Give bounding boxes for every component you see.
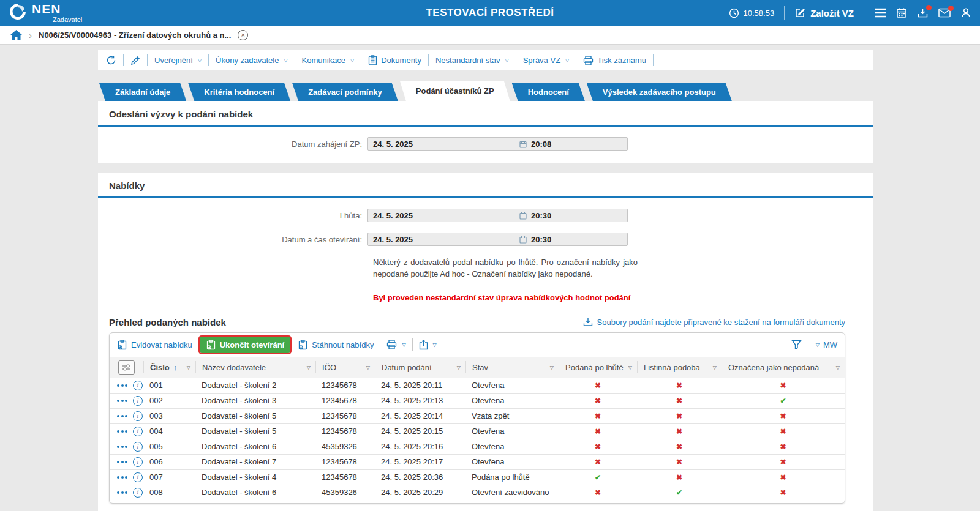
filter-caret-icon[interactable]: ▽ [550,365,554,370]
lhuta-input[interactable]: 24. 5. 2025 20:30 [368,209,628,222]
cell-podana-po-lhute-mark: ✖ [559,458,637,466]
table-row[interactable]: i 006 Dodavatel - školení 7 12345678 24.… [110,454,845,469]
breadcrumb: › N006/25/V00004963 - Zřízení datových o… [0,26,980,45]
column-settings-icon[interactable] [118,360,135,375]
header-ico[interactable]: IČO ▽ [315,361,375,373]
filter-button[interactable] [791,340,802,349]
info-icon[interactable]: i [133,411,143,421]
cell-listinna-podoba-mark: ✖ [637,397,722,405]
menu-komunikace[interactable]: Komunikace▽ [302,56,355,65]
ukoncit-oteviranni-button[interactable]: Ukončit otevírání [200,337,290,353]
row-actions-icon[interactable] [117,476,127,479]
time-value: 20:30 [531,235,551,244]
section-nabidky: Nabídky Lhůta: 24. 5. 2025 20:30 Datum a… [98,173,873,511]
edit-pencil-button[interactable] [130,56,140,65]
messages-button[interactable] [938,8,951,18]
calendar-icon [519,140,527,148]
nen-logo[interactable]: NEN Zadavatel [9,2,82,23]
row-actions-icon[interactable] [117,400,127,402]
info-icon[interactable]: i [133,472,143,482]
header-datum-podani[interactable]: Datum podání ▽ [375,361,466,373]
tab-zakladni-udaje[interactable]: Základní údaje [99,83,186,101]
user-profile-button[interactable] [960,7,971,18]
row-actions-icon[interactable] [117,446,127,448]
cell-nazev-dodavatele: Dodavatel - školení 6 [195,488,315,497]
table-row[interactable]: i 008 Dodavatel - školení 6 45359326 24.… [110,485,845,500]
header-cislo[interactable]: Číslo ↑ ▽ [143,361,195,373]
tab-hodnoceni[interactable]: Hodnocení [512,83,585,101]
filter-caret-icon[interactable]: ▽ [836,365,840,370]
cell-stav: Otevření zaevidováno [466,488,559,497]
menu-sprava-vz[interactable]: Správa VZ▽ [523,56,570,65]
table-row[interactable]: i 003 Dodavatel - školení 5 12345678 24.… [110,408,845,423]
header-podana-po-lhute[interactable]: Podaná po lhůtě ▽ [559,361,637,373]
clock-icon [729,8,739,18]
row-actions-icon[interactable] [117,384,127,387]
row-actions-icon[interactable] [117,415,127,417]
field-label-datum-oteviranni: Datum a čas otevírání: [98,235,368,244]
close-record-icon[interactable]: × [238,30,248,40]
view-selector-mw[interactable]: ▽ MW [815,340,837,349]
chevron-down-icon: ▽ [198,58,202,63]
row-actions-icon[interactable] [117,461,127,463]
chevron-down-icon: ▽ [433,342,437,348]
filter-caret-icon[interactable]: ▽ [457,365,461,370]
home-icon[interactable] [10,30,22,40]
downloads-button[interactable] [917,7,929,18]
calendar-button[interactable] [896,7,907,18]
column-settings-button[interactable] [110,361,143,373]
cell-stav: Vzata zpět [466,411,559,420]
datum-zahajeni-input[interactable]: 24. 5. 2025 20:08 [368,137,628,151]
table-row[interactable]: i 005 Dodavatel - školení 6 45359326 24.… [110,439,845,454]
divider [653,54,654,66]
info-icon[interactable]: i [133,381,143,390]
print-table-button[interactable]: ▽ [386,340,405,349]
header-oznacena-jako-nepodana[interactable]: Označena jako nepodaná ▽ [722,361,845,373]
table-row[interactable]: i 001 Dodavatel - školení 2 12345678 24.… [110,378,845,393]
menu-ukony-zadavatele[interactable]: Úkony zadavatele▽ [216,56,288,65]
table-row[interactable]: i 004 Dodavatel - školení 5 12345678 24.… [110,423,845,439]
tab-podani-ucastniku-zp[interactable]: Podání účastníků ZP [400,81,510,101]
create-vz-button[interactable]: Založit VZ [794,7,854,18]
filter-caret-icon[interactable]: ▽ [307,365,311,370]
export-button[interactable]: ▽ [419,340,437,350]
cell-listinna-podoba-mark: ✖ [637,442,722,451]
info-icon[interactable]: i [133,442,143,452]
header-listinna-podoba[interactable]: Listinná podoba ▽ [637,361,722,373]
table-row[interactable]: i 002 Dodavatel - školení 3 12345678 24.… [110,393,845,408]
filter-caret-icon[interactable]: ▽ [187,365,190,370]
print-record-button[interactable]: Tisk záznamu [583,56,646,65]
filter-caret-icon[interactable]: ▽ [713,365,717,370]
menu-dokumenty[interactable]: Dokumenty [368,55,421,65]
info-icon[interactable]: i [133,457,143,467]
info-icon[interactable]: i [133,396,143,406]
menu-nestandardni-stav[interactable]: Nestandardní stav▽ [435,56,509,65]
datum-oteviranni-input[interactable]: 24. 5. 2025 20:30 [368,233,628,246]
cell-podana-po-lhute-mark: ✖ [559,488,637,497]
menu-button[interactable] [874,8,886,18]
row-actions-icon[interactable] [117,430,127,433]
time-value: 20:30 [531,211,551,220]
header-nazev-dodavatele[interactable]: Název dodavatele ▽ [195,361,315,373]
menu-uverejneni[interactable]: Uveřejnění▽ [154,56,202,65]
submission-files-link[interactable]: Soubory podání najdete připravené ke sta… [583,318,845,327]
stahnout-nabidky-button[interactable]: Stáhnout nabídky [298,340,374,350]
info-icon[interactable]: i [133,427,143,436]
cell-cislo: 001 [143,381,195,390]
table-row[interactable]: i 007 Dodavatel - školení 4 12345678 24.… [110,469,845,485]
breadcrumb-record-title[interactable]: N006/25/V00004963 - Zřízení datových okr… [39,31,231,40]
top-header-bar: NEN Zadavatel TESTOVACÍ PROSTŘEDÍ 10:58:… [0,0,980,26]
divider [864,6,864,20]
info-icon[interactable]: i [133,488,143,498]
filter-caret-icon[interactable]: ▽ [366,365,370,370]
evidovat-nabidku-button[interactable]: Evidovat nabídku [117,340,192,350]
filter-caret-icon[interactable]: ▽ [628,365,632,370]
header-stav[interactable]: Stav ▽ [466,361,559,373]
cell-nazev-dodavatele: Dodavatel - školení 5 [195,427,315,436]
refresh-button[interactable] [106,55,116,65]
tab-zadavaci-podminky[interactable]: Zadávací podmínky [292,83,398,101]
row-actions-icon[interactable] [117,491,127,494]
tab-kriteria-hodnoceni[interactable]: Kritéria hodnocení [188,83,290,101]
divider [808,338,809,351]
tab-vysledek-zadavaciho-postupu[interactable]: Výsledek zadávacího postupu [587,83,732,101]
